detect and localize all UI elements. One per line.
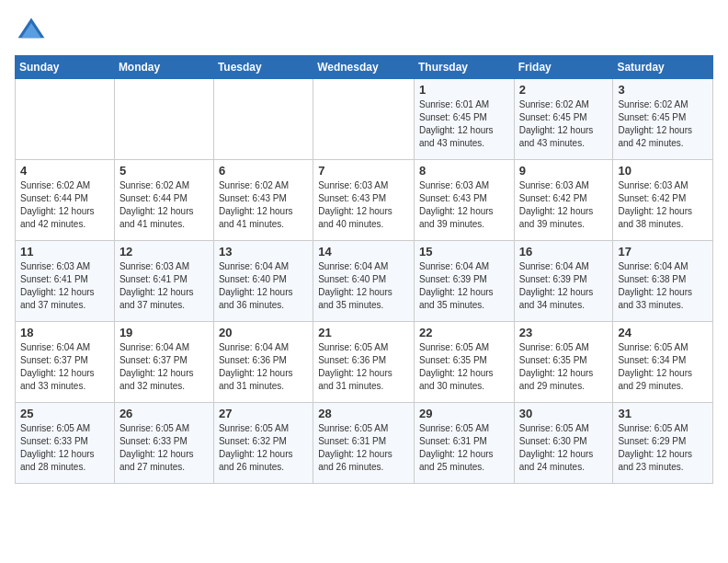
calendar-cell: 1Sunrise: 6:01 AM Sunset: 6:45 PM Daylig… bbox=[414, 79, 514, 160]
day-number: 23 bbox=[519, 326, 609, 339]
calendar-cell: 4Sunrise: 6:02 AM Sunset: 6:44 PM Daylig… bbox=[16, 160, 115, 241]
day-info: Sunrise: 6:02 AM Sunset: 6:45 PM Dayligh… bbox=[618, 98, 708, 150]
week-row-3: 11Sunrise: 6:03 AM Sunset: 6:41 PM Dayli… bbox=[16, 241, 713, 322]
day-number: 24 bbox=[618, 326, 708, 339]
day-number: 28 bbox=[318, 407, 409, 420]
calendar-cell: 14Sunrise: 6:04 AM Sunset: 6:40 PM Dayli… bbox=[313, 241, 415, 322]
day-number: 6 bbox=[219, 164, 308, 178]
weekday-header-sunday: Sunday bbox=[16, 56, 115, 79]
day-info: Sunrise: 6:03 AM Sunset: 6:41 PM Dayligh… bbox=[20, 260, 109, 312]
calendar-cell: 24Sunrise: 6:05 AM Sunset: 6:34 PM Dayli… bbox=[613, 322, 713, 403]
day-number: 27 bbox=[219, 407, 308, 420]
calendar-cell: 15Sunrise: 6:04 AM Sunset: 6:39 PM Dayli… bbox=[414, 241, 514, 322]
day-info: Sunrise: 6:05 AM Sunset: 6:33 PM Dayligh… bbox=[20, 422, 109, 474]
calendar-cell: 16Sunrise: 6:04 AM Sunset: 6:39 PM Dayli… bbox=[514, 241, 613, 322]
calendar-cell: 25Sunrise: 6:05 AM Sunset: 6:33 PM Dayli… bbox=[16, 403, 115, 484]
day-info: Sunrise: 6:04 AM Sunset: 6:36 PM Dayligh… bbox=[219, 341, 308, 393]
day-number: 30 bbox=[519, 407, 609, 420]
calendar-cell: 28Sunrise: 6:05 AM Sunset: 6:31 PM Dayli… bbox=[313, 403, 415, 484]
calendar-cell: 23Sunrise: 6:05 AM Sunset: 6:35 PM Dayli… bbox=[514, 322, 613, 403]
day-number: 15 bbox=[419, 245, 509, 259]
day-info: Sunrise: 6:05 AM Sunset: 6:30 PM Dayligh… bbox=[519, 422, 609, 474]
day-info: Sunrise: 6:03 AM Sunset: 6:42 PM Dayligh… bbox=[618, 179, 708, 231]
day-info: Sunrise: 6:05 AM Sunset: 6:31 PM Dayligh… bbox=[318, 422, 409, 474]
day-info: Sunrise: 6:04 AM Sunset: 6:39 PM Dayligh… bbox=[519, 260, 609, 312]
day-number: 31 bbox=[618, 407, 708, 420]
calendar-cell bbox=[114, 79, 213, 160]
day-info: Sunrise: 6:04 AM Sunset: 6:40 PM Dayligh… bbox=[219, 260, 308, 312]
day-number: 21 bbox=[318, 326, 409, 339]
calendar-cell: 19Sunrise: 6:04 AM Sunset: 6:37 PM Dayli… bbox=[114, 322, 213, 403]
weekday-header-friday: Friday bbox=[514, 56, 613, 79]
calendar-cell: 30Sunrise: 6:05 AM Sunset: 6:30 PM Dayli… bbox=[514, 403, 613, 484]
day-info: Sunrise: 6:02 AM Sunset: 6:44 PM Dayligh… bbox=[20, 179, 109, 231]
day-number: 25 bbox=[20, 407, 109, 420]
calendar-cell: 12Sunrise: 6:03 AM Sunset: 6:41 PM Dayli… bbox=[114, 241, 213, 322]
day-number: 22 bbox=[419, 326, 509, 339]
day-info: Sunrise: 6:01 AM Sunset: 6:45 PM Dayligh… bbox=[419, 98, 509, 150]
calendar-cell: 2Sunrise: 6:02 AM Sunset: 6:45 PM Daylig… bbox=[514, 79, 613, 160]
day-info: Sunrise: 6:05 AM Sunset: 6:33 PM Dayligh… bbox=[119, 422, 209, 474]
day-info: Sunrise: 6:03 AM Sunset: 6:43 PM Dayligh… bbox=[318, 179, 409, 231]
day-number: 13 bbox=[219, 245, 308, 259]
day-info: Sunrise: 6:04 AM Sunset: 6:37 PM Dayligh… bbox=[119, 341, 209, 393]
calendar-cell: 11Sunrise: 6:03 AM Sunset: 6:41 PM Dayli… bbox=[16, 241, 115, 322]
logo bbox=[15, 15, 53, 48]
day-number: 19 bbox=[119, 326, 209, 339]
day-info: Sunrise: 6:04 AM Sunset: 6:39 PM Dayligh… bbox=[419, 260, 509, 312]
day-number: 2 bbox=[519, 83, 609, 97]
day-number: 16 bbox=[519, 245, 609, 259]
day-info: Sunrise: 6:03 AM Sunset: 6:42 PM Dayligh… bbox=[519, 179, 609, 231]
day-info: Sunrise: 6:05 AM Sunset: 6:29 PM Dayligh… bbox=[618, 422, 708, 474]
calendar-cell: 8Sunrise: 6:03 AM Sunset: 6:43 PM Daylig… bbox=[414, 160, 514, 241]
day-info: Sunrise: 6:04 AM Sunset: 6:37 PM Dayligh… bbox=[20, 341, 109, 393]
calendar-cell: 21Sunrise: 6:05 AM Sunset: 6:36 PM Dayli… bbox=[313, 322, 415, 403]
page-header bbox=[15, 15, 713, 48]
day-number: 18 bbox=[20, 326, 109, 339]
calendar-cell: 31Sunrise: 6:05 AM Sunset: 6:29 PM Dayli… bbox=[613, 403, 713, 484]
calendar-cell: 10Sunrise: 6:03 AM Sunset: 6:42 PM Dayli… bbox=[613, 160, 713, 241]
calendar-cell: 20Sunrise: 6:04 AM Sunset: 6:36 PM Dayli… bbox=[213, 322, 313, 403]
day-info: Sunrise: 6:05 AM Sunset: 6:34 PM Dayligh… bbox=[618, 341, 708, 393]
day-info: Sunrise: 6:05 AM Sunset: 6:32 PM Dayligh… bbox=[219, 422, 308, 474]
weekday-header-saturday: Saturday bbox=[613, 56, 713, 79]
day-number: 10 bbox=[618, 164, 708, 178]
calendar-cell: 22Sunrise: 6:05 AM Sunset: 6:35 PM Dayli… bbox=[414, 322, 514, 403]
day-number: 14 bbox=[318, 245, 409, 259]
weekday-header-tuesday: Tuesday bbox=[213, 56, 313, 79]
calendar-cell: 3Sunrise: 6:02 AM Sunset: 6:45 PM Daylig… bbox=[613, 79, 713, 160]
weekday-header-wednesday: Wednesday bbox=[313, 56, 415, 79]
calendar-cell: 29Sunrise: 6:05 AM Sunset: 6:31 PM Dayli… bbox=[414, 403, 514, 484]
calendar-cell: 6Sunrise: 6:02 AM Sunset: 6:43 PM Daylig… bbox=[213, 160, 313, 241]
day-info: Sunrise: 6:05 AM Sunset: 6:31 PM Dayligh… bbox=[419, 422, 509, 474]
weekday-header-monday: Monday bbox=[114, 56, 213, 79]
calendar-cell: 17Sunrise: 6:04 AM Sunset: 6:38 PM Dayli… bbox=[613, 241, 713, 322]
calendar-cell: 9Sunrise: 6:03 AM Sunset: 6:42 PM Daylig… bbox=[514, 160, 613, 241]
day-info: Sunrise: 6:04 AM Sunset: 6:38 PM Dayligh… bbox=[618, 260, 708, 312]
weekday-header-thursday: Thursday bbox=[414, 56, 514, 79]
calendar-cell bbox=[16, 79, 115, 160]
day-info: Sunrise: 6:04 AM Sunset: 6:40 PM Dayligh… bbox=[318, 260, 409, 312]
day-info: Sunrise: 6:05 AM Sunset: 6:36 PM Dayligh… bbox=[318, 341, 409, 393]
day-info: Sunrise: 6:05 AM Sunset: 6:35 PM Dayligh… bbox=[519, 341, 609, 393]
calendar-cell: 18Sunrise: 6:04 AM Sunset: 6:37 PM Dayli… bbox=[16, 322, 115, 403]
day-info: Sunrise: 6:05 AM Sunset: 6:35 PM Dayligh… bbox=[419, 341, 509, 393]
day-info: Sunrise: 6:02 AM Sunset: 6:45 PM Dayligh… bbox=[519, 98, 609, 150]
week-row-4: 18Sunrise: 6:04 AM Sunset: 6:37 PM Dayli… bbox=[16, 322, 713, 403]
calendar-cell: 7Sunrise: 6:03 AM Sunset: 6:43 PM Daylig… bbox=[313, 160, 415, 241]
week-row-1: 1Sunrise: 6:01 AM Sunset: 6:45 PM Daylig… bbox=[16, 79, 713, 160]
day-number: 3 bbox=[618, 83, 708, 97]
day-info: Sunrise: 6:02 AM Sunset: 6:44 PM Dayligh… bbox=[119, 179, 209, 231]
calendar-cell bbox=[213, 79, 313, 160]
day-number: 11 bbox=[20, 245, 109, 259]
logo-icon bbox=[15, 15, 48, 48]
weekday-header-row: SundayMondayTuesdayWednesdayThursdayFrid… bbox=[16, 56, 713, 79]
day-number: 4 bbox=[20, 164, 109, 178]
calendar-cell bbox=[313, 79, 415, 160]
day-info: Sunrise: 6:03 AM Sunset: 6:43 PM Dayligh… bbox=[419, 179, 509, 231]
day-info: Sunrise: 6:02 AM Sunset: 6:43 PM Dayligh… bbox=[219, 179, 308, 231]
calendar-cell: 13Sunrise: 6:04 AM Sunset: 6:40 PM Dayli… bbox=[213, 241, 313, 322]
day-info: Sunrise: 6:03 AM Sunset: 6:41 PM Dayligh… bbox=[119, 260, 209, 312]
calendar-table: SundayMondayTuesdayWednesdayThursdayFrid… bbox=[15, 55, 713, 484]
day-number: 17 bbox=[618, 245, 708, 259]
